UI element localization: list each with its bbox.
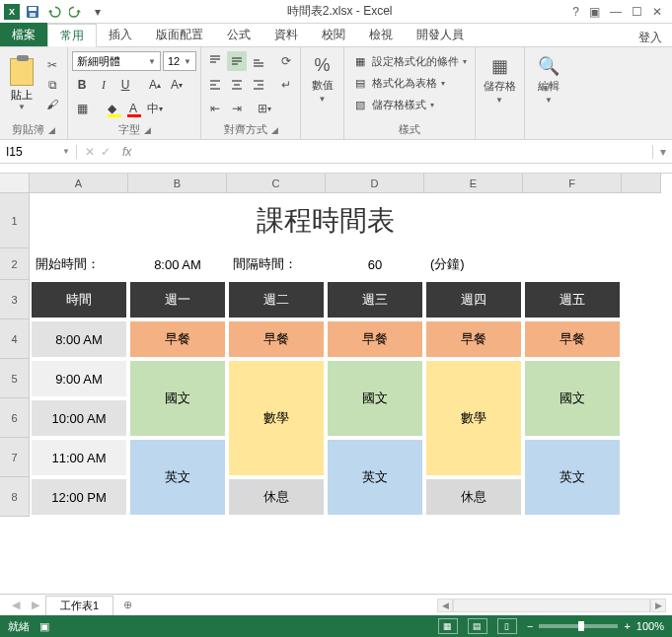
align-center-button[interactable] [227, 75, 247, 95]
format-as-table-button[interactable]: ▤格式化為表格▾ [348, 75, 471, 91]
zoom-out-icon[interactable]: − [527, 620, 533, 632]
row-header[interactable]: 8 [0, 477, 30, 517]
cut-icon[interactable]: ✂ [43, 56, 61, 74]
zoom-slider[interactable] [539, 624, 618, 628]
row-header[interactable]: 2 [0, 248, 30, 280]
paste-button[interactable]: 貼上 ▼ [4, 49, 39, 120]
underline-button[interactable]: U [115, 75, 135, 95]
align-top-button[interactable] [205, 51, 225, 71]
dialog-launcher-icon[interactable]: ◢ [48, 125, 55, 135]
macro-record-icon[interactable]: ▣ [39, 620, 49, 633]
add-sheet-icon[interactable]: ⊕ [113, 599, 142, 611]
tab-view[interactable]: 檢視 [357, 23, 405, 46]
select-all-corner[interactable] [0, 174, 30, 193]
row-header[interactable]: 7 [0, 438, 30, 477]
row-header[interactable]: 5 [0, 359, 30, 398]
sheet-nav-next-icon[interactable]: ▶ [26, 599, 45, 611]
schedule-cell: 早餐 [128, 319, 227, 359]
decrease-indent-button[interactable]: ⇤ [205, 99, 225, 118]
align-right-button[interactable] [249, 75, 268, 95]
minimize-icon[interactable]: — [610, 5, 622, 19]
fill-color-button[interactable]: ◆ [102, 99, 121, 118]
name-box[interactable]: I15▼ [0, 145, 77, 159]
undo-icon[interactable] [45, 3, 63, 21]
sheet-tab[interactable]: 工作表1 [45, 596, 113, 615]
signin-button[interactable]: 登入 [629, 30, 672, 46]
orientation-button[interactable]: ⟳ [276, 51, 296, 71]
row-header[interactable]: 1 [0, 193, 30, 248]
col-header[interactable]: B [128, 174, 227, 193]
ribbon-options-icon[interactable]: ▣ [589, 5, 600, 19]
fx-icon[interactable]: fx [118, 145, 135, 159]
cells-button[interactable]: ▦ 儲存格 ▼ [480, 49, 519, 105]
help-icon[interactable]: ? [572, 5, 579, 19]
maximize-icon[interactable]: ☐ [632, 5, 642, 19]
number-format-button[interactable]: % 數值 ▼ [303, 49, 342, 104]
align-left-button[interactable] [205, 75, 225, 95]
dialog-launcher-icon[interactable]: ◢ [144, 125, 151, 135]
borders-button[interactable]: ▦ [72, 99, 92, 118]
wrap-text-button[interactable]: ↵ [276, 75, 296, 95]
tab-data[interactable]: 資料 [262, 23, 310, 46]
sheet-nav-prev-icon[interactable]: ◀ [6, 599, 26, 611]
cancel-formula-icon[interactable]: ✕ [85, 145, 95, 159]
grow-font-button[interactable]: A▴ [145, 75, 165, 95]
col-header[interactable]: E [424, 174, 523, 193]
align-bottom-button[interactable] [249, 51, 268, 71]
qat-customize-icon[interactable]: ▾ [89, 3, 107, 21]
interval-unit: (分鐘) [424, 248, 523, 280]
align-middle-button[interactable] [227, 51, 247, 71]
schedule-cell: 國文 [326, 359, 424, 438]
start-time-label: 開始時間： [30, 248, 128, 280]
zoom-in-icon[interactable]: + [624, 620, 630, 632]
save-icon[interactable] [24, 3, 41, 21]
tab-layout[interactable]: 版面配置 [144, 23, 215, 46]
merge-button[interactable]: ⊞▾ [255, 99, 274, 118]
schedule-cell: 早餐 [523, 319, 622, 359]
redo-icon[interactable] [67, 3, 85, 21]
enter-formula-icon[interactable]: ✓ [101, 145, 111, 159]
tab-home[interactable]: 常用 [47, 24, 97, 47]
tab-formulas[interactable]: 公式 [215, 23, 262, 46]
view-normal-icon[interactable]: ▦ [438, 618, 458, 634]
bold-button[interactable]: B [72, 75, 92, 95]
hscroll-left-icon[interactable]: ◀ [437, 599, 453, 612]
close-icon[interactable]: ✕ [652, 5, 662, 19]
shrink-font-button[interactable]: A▾ [167, 75, 187, 95]
file-tab[interactable]: 檔案 [0, 23, 47, 46]
col-header[interactable] [622, 174, 661, 193]
copy-icon[interactable]: ⧉ [43, 76, 61, 94]
col-header[interactable]: D [326, 174, 424, 193]
col-header[interactable]: C [227, 174, 326, 193]
expand-formula-bar-icon[interactable]: ▾ [652, 145, 672, 159]
editing-button[interactable]: 🔍 編輯 ▼ [529, 49, 568, 105]
phonetic-button[interactable]: 中▾ [145, 99, 165, 118]
table-header-day: 週一 [128, 280, 227, 319]
col-header[interactable]: A [30, 174, 128, 193]
font-size-combo[interactable]: 12▼ [163, 51, 196, 71]
cell-styles-button[interactable]: ▧儲存格樣式▾ [348, 97, 471, 112]
row-header[interactable]: 6 [0, 398, 30, 438]
hscroll-right-icon[interactable]: ▶ [650, 599, 666, 612]
interval-label: 間隔時間： [227, 248, 326, 280]
font-name-combo[interactable]: 新細明體▼ [72, 51, 161, 71]
row-header[interactable]: 4 [0, 319, 30, 359]
tab-developer[interactable]: 開發人員 [405, 23, 476, 46]
row-header[interactable]: 3 [0, 280, 30, 319]
view-page-layout-icon[interactable]: ▤ [468, 618, 487, 634]
paste-icon [10, 58, 34, 86]
zoom-level[interactable]: 100% [636, 620, 664, 632]
start-time-value: 8:00 AM [128, 248, 227, 280]
tab-insert[interactable]: 插入 [97, 23, 144, 46]
italic-button[interactable]: I [94, 75, 113, 95]
dialog-launcher-icon[interactable]: ◢ [271, 125, 278, 135]
schedule-cell: 早餐 [227, 319, 326, 359]
conditional-formatting-button[interactable]: ▦設定格式化的條件▾ [348, 53, 471, 69]
font-color-button[interactable]: A [123, 99, 143, 118]
col-header[interactable]: F [523, 174, 622, 193]
view-page-break-icon[interactable]: ▯ [497, 618, 517, 634]
hscroll-track[interactable] [453, 599, 650, 612]
tab-review[interactable]: 校閱 [310, 23, 357, 46]
increase-indent-button[interactable]: ⇥ [227, 99, 247, 118]
format-painter-icon[interactable]: 🖌 [43, 96, 61, 113]
